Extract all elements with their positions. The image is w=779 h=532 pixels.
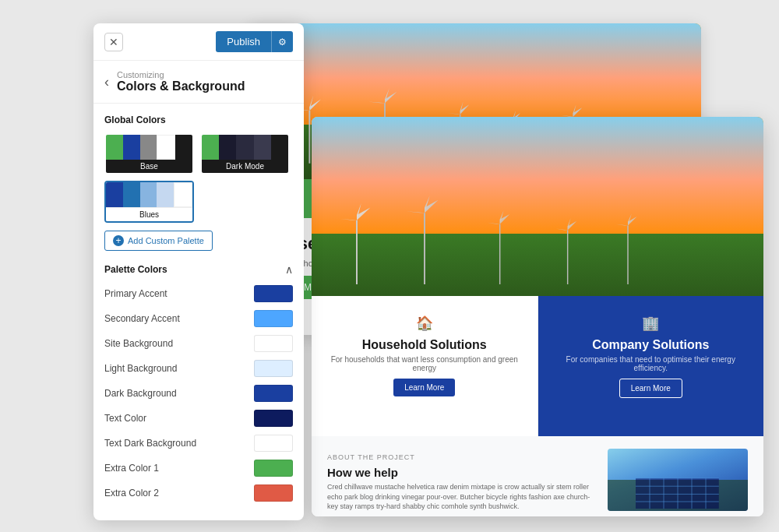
extra-color-1-swatch[interactable]	[254, 460, 293, 477]
hero-image-front	[312, 117, 763, 296]
swatch-blues-dark	[106, 182, 123, 207]
svg-marker-38	[616, 224, 628, 226]
color-row-text-dark: Text Dark Background	[104, 435, 293, 452]
how-we-help-text: Cred chillwave mustache helvetica raw de…	[327, 482, 592, 512]
light-background-swatch[interactable]	[254, 360, 293, 377]
swatch-dm-green	[202, 135, 219, 160]
text-color-label: Text Color	[104, 413, 146, 424]
svg-marker-19	[573, 107, 583, 117]
secondary-accent-swatch[interactable]	[254, 310, 293, 327]
color-row-text: Text Color	[104, 410, 293, 427]
text-dark-bg-label: Text Dark Background	[104, 438, 196, 449]
swatch-dm-dark	[219, 135, 236, 160]
header-text: Customizing Colors & Background	[117, 70, 245, 93]
add-custom-label: Add Custom Palette	[128, 236, 204, 245]
svg-marker-30	[487, 223, 499, 224]
light-background-label: Light Background	[104, 363, 177, 374]
svg-marker-31	[500, 214, 510, 224]
secondary-accent-label: Secondary Accent	[104, 313, 180, 324]
color-row-secondary: Secondary Accent	[104, 310, 293, 327]
swatch-blue	[123, 135, 140, 160]
site-background-label: Site Background	[104, 338, 173, 349]
color-row-extra1: Extra Color 1	[104, 460, 293, 477]
text-dark-bg-swatch[interactable]	[254, 435, 293, 452]
palette-blues[interactable]: Blues	[104, 181, 194, 223]
swatch-dm-black	[271, 135, 288, 160]
color-row-site-bg: Site Background	[104, 335, 293, 352]
color-row-light-bg: Light Background	[104, 360, 293, 377]
palette-dark-mode[interactable]: Dark Mode	[200, 133, 290, 174]
base-swatches	[106, 135, 192, 160]
dark-background-label: Dark Background	[104, 388, 177, 399]
company-subtext: For companies that need to optimise thei…	[554, 355, 749, 372]
dark-background-swatch[interactable]	[254, 385, 293, 402]
svg-marker-11	[460, 105, 470, 115]
svg-marker-3	[309, 100, 320, 111]
svg-marker-26	[407, 211, 425, 213]
svg-marker-10	[447, 113, 460, 115]
dark-swatches	[202, 135, 288, 160]
extra-color-2-swatch[interactable]	[254, 484, 293, 502]
blues-label: Blues	[106, 207, 192, 221]
swatch-black	[175, 135, 192, 160]
solar-panel-image	[608, 449, 748, 511]
palette-base[interactable]: Base	[104, 133, 194, 174]
windmills-front	[312, 194, 763, 284]
swatch-white	[157, 135, 175, 160]
svg-marker-23	[357, 207, 370, 220]
swatch-blues-mid	[123, 182, 140, 207]
color-row-dark-bg: Dark Background	[104, 385, 293, 402]
customizing-label: Customizing	[117, 70, 245, 79]
swatch-gray	[140, 135, 157, 160]
global-colors-section: Global Colors Base	[104, 115, 293, 251]
base-label: Base	[106, 160, 192, 173]
extra-color-2-label: Extra Color 2	[104, 488, 159, 499]
solar-svg	[608, 474, 748, 511]
household-heading: Household Solutions	[362, 338, 487, 352]
primary-accent-label: Primary Accent	[104, 288, 167, 299]
dark-mode-label: Dark Mode	[202, 160, 288, 173]
col-household: 🏠 Household Solutions For households tha…	[312, 296, 538, 436]
building-icon-right: 🏢	[642, 315, 659, 332]
text-color-swatch[interactable]	[254, 410, 293, 427]
panel-header: ‹ Customizing Colors & Background	[93, 61, 304, 104]
panel-topbar: ✕ Publish ⚙	[93, 23, 304, 61]
swatch-dm-darkest	[254, 135, 271, 160]
chevron-up-icon[interactable]: ∧	[285, 263, 293, 276]
palette-colors-section: Palette Colors ∧ Primary Accent Secondar…	[104, 263, 293, 502]
panel-title: Colors & Background	[117, 79, 245, 93]
site-background-swatch[interactable]	[254, 335, 293, 352]
svg-marker-22	[340, 219, 357, 220]
company-heading: Company Solutions	[592, 338, 709, 352]
extra-color-1-label: Extra Color 1	[104, 463, 159, 474]
swatch-dm-darker	[236, 135, 253, 160]
primary-accent-swatch[interactable]	[254, 285, 293, 302]
household-learn-more[interactable]: Learn More	[393, 379, 455, 396]
add-custom-palette-button[interactable]: + Add Custom Palette	[104, 231, 213, 251]
swatch-blues-lighter	[157, 182, 174, 207]
swatch-blues-light	[140, 182, 157, 207]
company-learn-more[interactable]: Learn More	[619, 379, 682, 398]
swatch-green	[106, 135, 123, 160]
svg-marker-35	[568, 221, 577, 231]
palette-colors-title: Palette Colors	[104, 264, 167, 275]
palette-section-header: Palette Colors ∧	[104, 263, 293, 276]
svg-marker-34	[555, 228, 567, 230]
publish-settings-button[interactable]: ⚙	[271, 31, 293, 52]
main-background: 🏠 🏢 Household Solutions For households t…	[0, 0, 779, 532]
publish-area: Publish ⚙	[216, 31, 293, 52]
preview-area: 🏠 🏢 Household Solutions For households t…	[249, 23, 763, 516]
household-subtext: For households that want less consumptio…	[327, 355, 522, 372]
bottom-section: About The Project How we help Cred chill…	[312, 436, 763, 516]
customizer-panel: ✕ Publish ⚙ ‹ Customizing Colors & Backg…	[93, 23, 304, 520]
publish-button[interactable]: Publish	[216, 31, 271, 52]
about-label: About The Project	[327, 453, 415, 461]
house-icon-left: 🏠	[416, 315, 433, 332]
two-col-section: 🏠 Household Solutions For households tha…	[312, 296, 763, 436]
close-button[interactable]: ✕	[104, 33, 123, 51]
back-button[interactable]: ‹	[104, 74, 109, 90]
panel-content: Global Colors Base	[93, 104, 304, 520]
svg-rect-40	[636, 478, 719, 509]
svg-marker-6	[368, 102, 385, 104]
col-company: 🏢 Company Solutions For companies that n…	[538, 296, 764, 436]
